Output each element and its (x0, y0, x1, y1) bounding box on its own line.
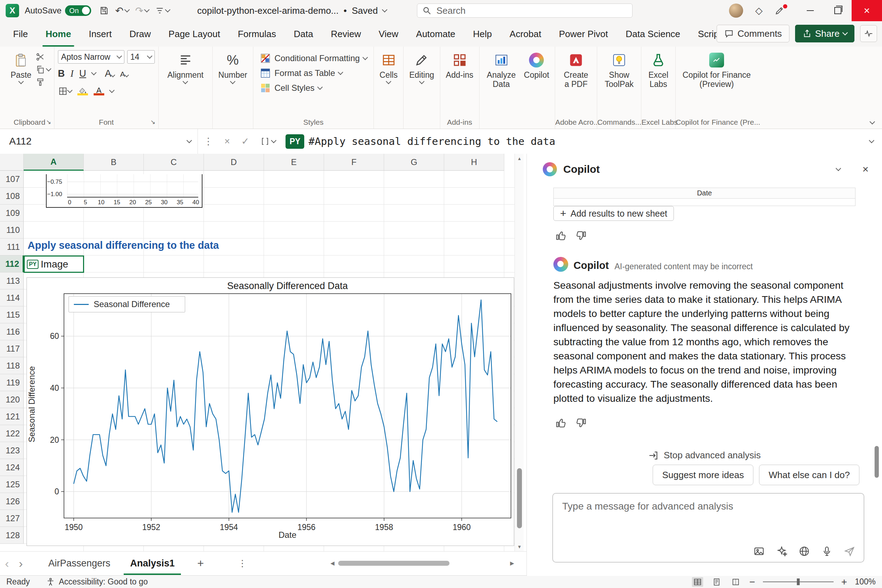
copilot-message-input[interactable] (561, 500, 846, 530)
expand-formula-bar-button[interactable] (869, 138, 874, 144)
minimize-button[interactable] (796, 0, 824, 21)
redo-button[interactable]: ↷ (133, 5, 151, 16)
column-header-E[interactable]: E (264, 154, 324, 171)
undo-button[interactable]: ↶ (113, 5, 131, 16)
number-button[interactable]: % Number (216, 50, 249, 85)
close-button[interactable]: × (852, 0, 882, 21)
column-header-F[interactable]: F (324, 154, 384, 171)
cell-styles-button[interactable]: Cell Styles (257, 81, 325, 95)
font-dialog-launcher[interactable]: ↘ (150, 118, 156, 126)
column-header-A[interactable]: A (24, 154, 84, 171)
excel-app-icon[interactable]: X (6, 4, 19, 17)
fill-color-button[interactable] (77, 87, 88, 95)
name-box[interactable]: A112 (0, 129, 198, 154)
editing-button[interactable]: Editing (407, 50, 436, 85)
row-header-107[interactable]: 107 (0, 171, 24, 188)
ribbon-tab-insert[interactable]: Insert (80, 21, 120, 46)
create-pdf-button[interactable]: Create a PDF (559, 50, 593, 90)
activity-button[interactable] (860, 25, 877, 42)
bold-button[interactable]: B (58, 68, 65, 79)
collapse-ribbon-button[interactable] (870, 119, 875, 125)
clipboard-dialog-launcher[interactable]: ↘ (46, 118, 51, 126)
row-header-117[interactable]: 117 (0, 340, 24, 357)
row-header-109[interactable]: 109 (0, 205, 24, 222)
suggest-more-ideas-button[interactable]: Suggest more ideas (652, 465, 753, 485)
borders-button[interactable] (58, 86, 72, 96)
search-input[interactable] (436, 5, 614, 16)
ribbon-tab-review[interactable]: Review (322, 21, 370, 46)
row-header-126[interactable]: 126 (0, 493, 24, 510)
document-title-area[interactable]: copilot-python-excel-arima-demo... • Sav… (197, 5, 387, 16)
chevron-down-icon[interactable] (109, 88, 115, 93)
ribbon-tab-home[interactable]: Home (37, 21, 80, 46)
ribbon-tab-page-layout[interactable]: Page Layout (160, 21, 229, 46)
customize-qat-button[interactable] (153, 6, 172, 15)
scroll-right-arrow[interactable]: ▶ (510, 560, 514, 567)
close-pane-button[interactable]: × (862, 163, 868, 175)
horizontal-scroll-thumb[interactable] (338, 561, 450, 566)
excel-labs-button[interactable]: Excel Labs (645, 50, 672, 90)
copilot-finance-button[interactable]: Copilot for Finance (Preview) (679, 50, 754, 90)
cut-button[interactable] (36, 52, 51, 62)
alignment-button[interactable]: Alignment (162, 50, 209, 85)
sheet-tab-airpassengers[interactable]: AirPassengers (39, 552, 120, 575)
column-header-H[interactable]: H (444, 154, 504, 171)
confirm-entry-button[interactable]: ✓ (236, 136, 255, 147)
ribbon-tab-automate[interactable]: Automate (407, 21, 464, 46)
autosave-control[interactable]: AutoSave On (25, 5, 91, 16)
row-header-112[interactable]: 112 (0, 255, 24, 273)
format-painter-button[interactable] (36, 78, 51, 87)
ribbon-tab-draw[interactable]: Draw (120, 21, 160, 46)
web-search-button[interactable] (799, 546, 810, 557)
row-header-121[interactable]: 121 (0, 408, 24, 425)
ribbon-tab-data-science[interactable]: Data Science (616, 21, 689, 46)
worksheet-area[interactable]: ABCDEFGH 1071081091101111121131141151161… (0, 154, 526, 551)
selected-cell-A112[interactable]: PY Image (24, 255, 84, 273)
page-break-view-button[interactable] (730, 577, 741, 587)
accessibility-status[interactable]: Accessibility: Good to go (46, 577, 148, 586)
prev-sheet-button[interactable]: ‹ (0, 556, 14, 570)
italic-button[interactable]: I (70, 68, 74, 79)
thumbs-up-button[interactable] (555, 417, 567, 429)
formula-bar-handle[interactable]: ⋮ (198, 136, 219, 147)
row-header-125[interactable]: 125 (0, 476, 24, 493)
row-header-128[interactable]: 128 (0, 527, 24, 544)
thumbs-down-button[interactable] (575, 230, 587, 242)
copilot-input-box[interactable] (552, 493, 864, 562)
copy-button[interactable] (36, 65, 51, 74)
vertical-scroll-thumb[interactable] (517, 468, 522, 528)
sheet-tab-analysis1[interactable]: Analysis1 (120, 552, 184, 575)
acf-chart-fragment[interactable]: −0.75−1.00 0510152025303540 (46, 174, 202, 208)
thumbs-down-button[interactable] (575, 417, 587, 429)
restore-button[interactable] (824, 0, 852, 21)
column-header-C[interactable]: C (144, 154, 204, 171)
what-else-button[interactable]: What else can I do? (759, 465, 860, 485)
row-header-111[interactable]: 111 (0, 238, 24, 255)
thumbs-up-button[interactable] (555, 230, 567, 242)
save-button[interactable] (97, 6, 111, 15)
row-header-110[interactable]: 110 (0, 222, 24, 238)
row-header-115[interactable]: 115 (0, 306, 24, 323)
add-image-button[interactable] (753, 546, 765, 557)
addins-button[interactable]: Add-ins (444, 50, 476, 81)
copilot-button[interactable]: Copilot (522, 50, 552, 81)
row-header-108[interactable]: 108 (0, 188, 24, 205)
row-header-114[interactable]: 114 (0, 290, 24, 306)
sheet-heading-text[interactable]: Apply seasonal differencing to the data (28, 240, 219, 251)
ribbon-tab-formulas[interactable]: Formulas (229, 21, 285, 46)
paste-button[interactable]: Paste (9, 50, 34, 85)
premium-badge-button[interactable]: ◇ (755, 5, 763, 16)
font-name-combo[interactable]: Aptos Narrow (58, 50, 124, 64)
comments-button[interactable]: Comments (717, 25, 789, 42)
conditional-formatting-button[interactable]: Conditional Formatting (257, 52, 370, 65)
column-header-G[interactable]: G (384, 154, 444, 171)
stop-analysis-button[interactable]: Stop advanced analysis (527, 450, 882, 461)
row-header-118[interactable]: 118 (0, 357, 24, 374)
scroll-up-arrow[interactable]: ▲ (515, 154, 524, 163)
vertical-scrollbar[interactable]: ▲ ▼ (514, 154, 524, 551)
select-all-corner[interactable] (0, 154, 24, 171)
row-header-127[interactable]: 127 (0, 510, 24, 527)
ribbon-tab-view[interactable]: View (370, 21, 407, 46)
next-sheet-button[interactable]: › (14, 556, 28, 570)
share-button[interactable]: Share (795, 25, 854, 42)
